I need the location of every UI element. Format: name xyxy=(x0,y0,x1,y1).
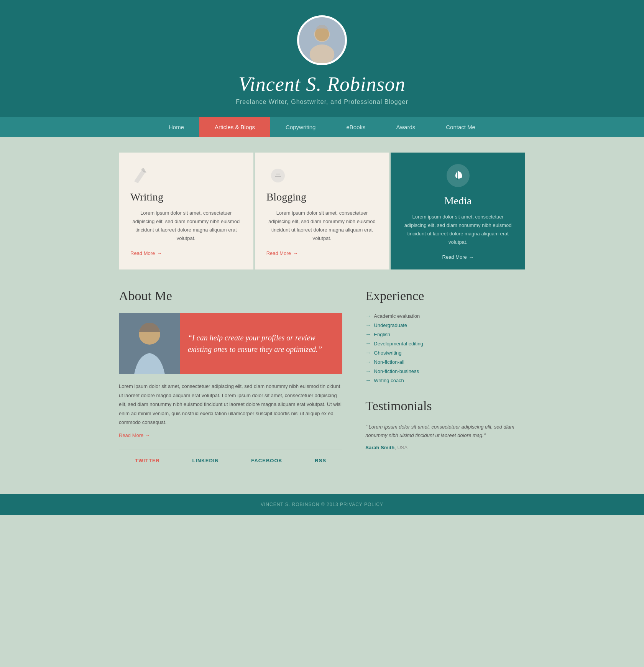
experience-list: → Academic evaluation → Undergraduate → … xyxy=(365,313,525,383)
exp-link-7[interactable]: Writing coach xyxy=(374,378,404,383)
experience-item-7: → Writing coach xyxy=(365,377,525,383)
exp-arrow-0: → xyxy=(365,313,371,319)
main-content: Writing Lorem ipsum dolor sit amet, cons… xyxy=(111,137,533,479)
writing-card-text: Lorem ipsum dolor sit amet, consectetuer… xyxy=(130,209,242,243)
cards-row: Writing Lorem ipsum dolor sit amet, cons… xyxy=(119,153,525,269)
exp-link-5[interactable]: Non-fiction-all xyxy=(374,359,404,365)
exp-arrow-7: → xyxy=(365,377,371,383)
media-icon xyxy=(447,164,470,187)
twitter-link[interactable]: TWITTER xyxy=(135,458,160,463)
exp-arrow-3: → xyxy=(365,340,371,347)
testimonial-author-location: , USA xyxy=(394,445,407,450)
nav-home[interactable]: Home xyxy=(153,117,199,137)
nav-awards[interactable]: Awards xyxy=(381,117,431,137)
rss-link[interactable]: RSS xyxy=(315,458,326,463)
blogging-read-more[interactable]: Read More → xyxy=(266,250,378,256)
pen-icon xyxy=(130,166,153,185)
exp-arrow-2: → xyxy=(365,331,371,337)
exp-label-0: Academic evaluation xyxy=(374,313,420,319)
media-card-title: Media xyxy=(402,195,514,207)
exp-link-4[interactable]: Ghostwriting xyxy=(374,350,401,356)
about-title: About Me xyxy=(119,289,342,303)
experience-item-6: → Non-fiction-business xyxy=(365,368,525,374)
experience-item-5: → Non-fiction-all xyxy=(365,359,525,365)
testimonial-author-name[interactable]: Sarah Smith xyxy=(365,445,394,450)
about-image-quote: “I can help create your profiles or revi… xyxy=(119,313,342,374)
exp-link-2[interactable]: English xyxy=(374,332,390,337)
about-person-image xyxy=(119,313,180,374)
writing-card-title: Writing xyxy=(130,191,242,203)
about-body-text: Lorem ipsum dolor sit amet, consectetuer… xyxy=(119,382,342,427)
right-column: Experience → Academic evaluation → Under… xyxy=(365,289,525,463)
blogging-card-title: Blogging xyxy=(266,191,378,203)
nav-contact[interactable]: Contact Me xyxy=(430,117,491,137)
testimonials-section: Testimonials " Lorem ipsum dolor sit ame… xyxy=(365,399,525,450)
exp-link-3[interactable]: Developmental editing xyxy=(374,341,423,347)
exp-arrow-6: → xyxy=(365,368,371,374)
media-card: Media Lorem ipsum dolor sit amet, consec… xyxy=(391,153,525,269)
exp-link-1[interactable]: Undergraduate xyxy=(374,322,407,328)
blogging-icon-area xyxy=(266,164,378,187)
about-section: About Me “I can help create xyxy=(119,289,342,463)
experience-item-0: → Academic evaluation xyxy=(365,313,525,319)
header: Vincent S. Robinson Freelance Writer, Gh… xyxy=(0,0,644,117)
site-subtitle: Freelance Writer, Ghostwriter, and Profe… xyxy=(0,99,644,105)
social-links: TWITTER LINKEDIN FACEBOOK RSS xyxy=(119,450,342,463)
svg-point-4 xyxy=(271,169,285,182)
about-read-more[interactable]: Read More → xyxy=(119,432,342,438)
footer-text: VINCENT S. ROBINSON © 2013 PRIVACY POLIC… xyxy=(8,502,636,507)
media-read-more[interactable]: Read More → xyxy=(402,254,514,260)
footer: VINCENT S. ROBINSON © 2013 PRIVACY POLIC… xyxy=(0,494,644,515)
site-name: Vincent S. Robinson xyxy=(0,73,644,95)
nav-ebooks[interactable]: eBooks xyxy=(331,117,381,137)
navigation: Home Articles & Blogs Copywriting eBooks… xyxy=(0,117,644,137)
testimonial-author: Sarah Smith, USA xyxy=(365,445,525,450)
linkedin-link[interactable]: LINKEDIN xyxy=(192,458,219,463)
experience-item-2: → English xyxy=(365,331,525,337)
experience-section: Experience → Academic evaluation → Under… xyxy=(365,289,525,383)
nav-copywriting[interactable]: Copywriting xyxy=(270,117,331,137)
nav-articles-blogs[interactable]: Articles & Blogs xyxy=(199,117,270,137)
exp-arrow-4: → xyxy=(365,350,371,356)
facebook-link[interactable]: FACEBOOK xyxy=(251,458,283,463)
writing-card: Writing Lorem ipsum dolor sit amet, cons… xyxy=(119,153,253,269)
experience-title: Experience xyxy=(365,289,525,303)
blog-icon xyxy=(266,166,289,185)
experience-item-1: → Undergraduate xyxy=(365,322,525,328)
exp-arrow-1: → xyxy=(365,322,371,328)
about-photo xyxy=(119,313,180,374)
media-card-text: Lorem ipsum dolor sit amet, consectetuer… xyxy=(402,213,514,246)
avatar xyxy=(297,15,347,65)
exp-link-6[interactable]: Non-fiction-business xyxy=(374,368,419,374)
testimonials-title: Testimonials xyxy=(365,399,525,413)
exp-arrow-5: → xyxy=(365,359,371,365)
blogging-card-text: Lorem ipsum dolor sit amet, consectetuer… xyxy=(266,209,378,243)
testimonial-quote: " Lorem ipsum dolor sit amet, consectetu… xyxy=(365,423,525,440)
leaf-icon xyxy=(451,169,465,182)
experience-item-3: → Developmental editing xyxy=(365,340,525,347)
experience-item-4: → Ghostwriting xyxy=(365,350,525,356)
writing-icon-area xyxy=(130,164,242,187)
blogging-card: Blogging Lorem ipsum dolor sit amet, con… xyxy=(255,153,389,269)
two-column-layout: About Me “I can help create xyxy=(119,289,525,463)
writing-read-more[interactable]: Read More → xyxy=(130,250,242,256)
about-quote-text: “I can help create your profiles or revi… xyxy=(180,313,342,374)
